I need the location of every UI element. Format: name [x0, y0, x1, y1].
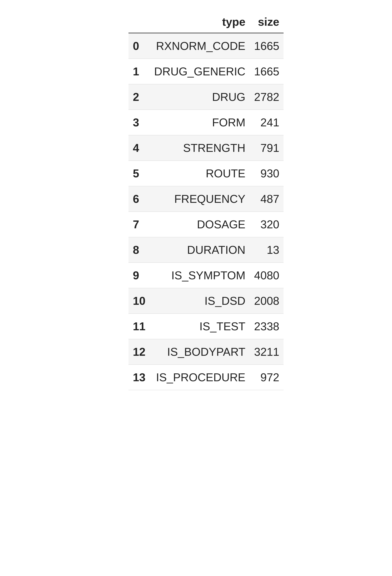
cell-size: 13: [250, 237, 284, 263]
cell-index: 1: [129, 59, 150, 84]
cell-size: 3211: [250, 339, 284, 365]
table-row: 1DRUG_GENERIC1665: [129, 59, 283, 84]
cell-size: 320: [250, 212, 284, 237]
cell-size: 1665: [250, 59, 284, 84]
cell-index: 12: [129, 339, 150, 365]
cell-type: DURATION: [150, 237, 250, 263]
cell-index: 4: [129, 135, 150, 161]
cell-index: 8: [129, 237, 150, 263]
main-table-container: type size 0RXNORM_CODE16651DRUG_GENERIC1…: [129, 13, 263, 567]
cell-size: 2338: [250, 314, 284, 339]
cell-type: IS_TEST: [150, 314, 250, 339]
cell-size: 1665: [250, 33, 284, 59]
cell-size: 930: [250, 161, 284, 186]
cell-size: 4080: [250, 263, 284, 288]
cell-index: 7: [129, 212, 150, 237]
table-row: 11IS_TEST2338: [129, 314, 283, 339]
table-row: 8DURATION13: [129, 237, 283, 263]
cell-type: ROUTE: [150, 161, 250, 186]
table-row: 13IS_PROCEDURE972: [129, 365, 283, 390]
cell-type: RXNORM_CODE: [150, 33, 250, 59]
cell-type: FORM: [150, 110, 250, 135]
table-header-row: type size: [129, 13, 283, 33]
cell-index: 2: [129, 84, 150, 110]
cell-index: 0: [129, 33, 150, 59]
data-table: type size 0RXNORM_CODE16651DRUG_GENERIC1…: [129, 13, 283, 390]
cell-index: 3: [129, 110, 150, 135]
cell-index: 13: [129, 365, 150, 390]
cell-type: DRUG: [150, 84, 250, 110]
table-row: 7DOSAGE320: [129, 212, 283, 237]
cell-type: STRENGTH: [150, 135, 250, 161]
cell-type: DOSAGE: [150, 212, 250, 237]
cell-index: 9: [129, 263, 150, 288]
cell-index: 5: [129, 161, 150, 186]
cell-type: FREQUENCY: [150, 186, 250, 212]
table-row: 12IS_BODYPART3211: [129, 339, 283, 365]
cell-index: 6: [129, 186, 150, 212]
table-row: 5ROUTE930: [129, 161, 283, 186]
cell-index: 11: [129, 314, 150, 339]
table-row: 4STRENGTH791: [129, 135, 283, 161]
header-type: type: [150, 13, 250, 33]
cell-index: 10: [129, 288, 150, 314]
header-size: size: [250, 13, 284, 33]
table-row: 9IS_SYMPTOM4080: [129, 263, 283, 288]
table-row: 2DRUG2782: [129, 84, 283, 110]
table-row: 3FORM241: [129, 110, 283, 135]
cell-size: 2008: [250, 288, 284, 314]
table-row: 10IS_DSD2008: [129, 288, 283, 314]
cell-type: IS_BODYPART: [150, 339, 250, 365]
cell-size: 972: [250, 365, 284, 390]
cell-type: IS_DSD: [150, 288, 250, 314]
cell-type: IS_SYMPTOM: [150, 263, 250, 288]
cell-size: 487: [250, 186, 284, 212]
cell-type: IS_PROCEDURE: [150, 365, 250, 390]
cell-size: 241: [250, 110, 284, 135]
cell-type: DRUG_GENERIC: [150, 59, 250, 84]
table-row: 0RXNORM_CODE1665: [129, 33, 283, 59]
cell-size: 2782: [250, 84, 284, 110]
cell-size: 791: [250, 135, 284, 161]
header-index: [129, 13, 150, 33]
table-row: 6FREQUENCY487: [129, 186, 283, 212]
